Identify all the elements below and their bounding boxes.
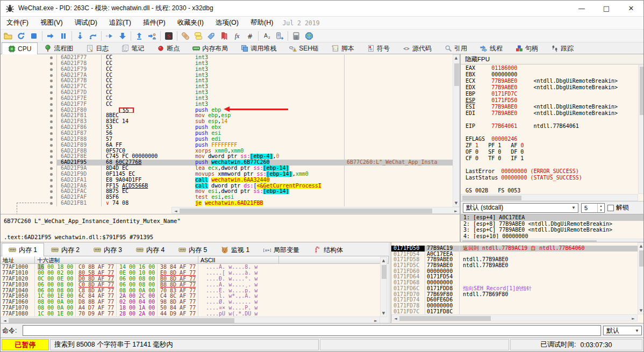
register-row[interactable]: ESP 0171FD50 (461, 97, 638, 104)
disasm-row[interactable]: 6AD21FAC8B75 ECmov esi,dword ptr ss:[ebp… (1, 189, 453, 195)
scroll-up-icon[interactable]: ▲ (638, 244, 644, 248)
step-into-button[interactable] (74, 30, 87, 42)
disasm-row[interactable]: 6AD21F818BECmov ebp,esp (1, 113, 453, 119)
register-row[interactable]: EDI 77B9ABE0 <ntdll.DbgUiRemoteBreakin> (461, 110, 638, 117)
tab-内存 3[interactable]: 内存 3 (87, 243, 129, 256)
breakpoint-dot[interactable] (47, 84, 56, 90)
execute-till-return-button[interactable] (116, 30, 129, 42)
bookmarks-button[interactable] (218, 30, 231, 42)
tab-监视 1[interactable]: 监视 1 (214, 243, 256, 256)
scroll-left-icon[interactable]: ◄ (173, 209, 178, 213)
tab-SEH链[interactable]: SEH链 (283, 42, 325, 54)
stack-row[interactable]: 0171FD6C0171FDD8指向SEH_Record[1]的指针 (391, 286, 638, 292)
checkbox-box[interactable] (607, 205, 614, 211)
stack-row[interactable]: 0171FD7077B69F80ntdll.77B69F80 (391, 292, 638, 298)
functions-button[interactable]: fx (231, 30, 244, 42)
tab-流程图[interactable]: 流程图 (38, 42, 80, 54)
run-to-user-button[interactable] (146, 30, 159, 42)
disasm-row[interactable]: 6AD21F8653push ebx (1, 125, 453, 131)
register-row[interactable]: LastStatus 00000000 (STATUS_SUCCESS) (461, 175, 638, 181)
calling-convention-select[interactable]: 默认 (stdcall) ▼ (463, 203, 578, 213)
disasm-row[interactable]: 6AD21FA1E8 9A04D1FFcall wechatwin.6AA324… (1, 177, 453, 183)
menu-item[interactable]: 帮助(H) (245, 16, 279, 30)
tab-内存 1[interactable]: 内存 1 (2, 243, 44, 256)
breakpoint-dot[interactable] (47, 96, 56, 102)
memory-rows[interactable]: 77AF100016 00 18 00C0 8B AF 7714 00 16 0… (1, 264, 380, 317)
unlock-checkbox[interactable]: 解锁 (607, 203, 643, 212)
stack-row[interactable]: 0171FD5877B9ABE0ntdll.77B9ABE0 (391, 257, 638, 263)
column-header-hex[interactable]: 十六进制 (35, 256, 198, 263)
memory-row[interactable]: 77AF10501C 00 1E 006C 84 AF 772A 00 2C 0… (1, 293, 380, 299)
breakpoint-dot[interactable] (47, 119, 56, 125)
disassembly-panel[interactable]: 6AD21F77CCint36AD21F78CCint36AD21F79CCin… (1, 54, 460, 214)
disasm-row[interactable]: 6AD21F8B0F57C0xorps xmm0,xmm0 (1, 148, 453, 154)
breakpoint-dot[interactable] (47, 195, 56, 200)
disasm-row[interactable]: 6AD21FB1∨ 74 08je wechatwin.6AD21FBB (1, 200, 453, 206)
step-over-button[interactable] (87, 30, 99, 42)
disasm-row[interactable]: 6AD21F8EC745 FC 00000000mov dword ptr ss… (1, 154, 453, 160)
menu-item[interactable]: 视图(V) (34, 16, 69, 30)
breakpoint-dot[interactable] (47, 125, 56, 131)
attach-button[interactable] (273, 30, 286, 42)
disasm-row[interactable]: 6AD21F8857push edi (1, 137, 453, 142)
breakpoint-dot[interactable] (47, 55, 56, 61)
register-row[interactable] (461, 181, 638, 188)
argument-row[interactable]: 3: [esp+C] 77B9ABE0 <ntdll.DbgUiRemoteBr… (461, 227, 644, 233)
tab-句柄[interactable]: 句柄 (509, 42, 545, 54)
stack-row[interactable]: 0171FD5077B9AC19返回到 ntdll.77B9AC19 自 ntd… (391, 246, 638, 252)
breakpoint-dot[interactable] (47, 183, 56, 189)
scroll-thumb[interactable] (9, 318, 234, 323)
pause-button[interactable] (57, 30, 70, 42)
scroll-right-icon[interactable]: ► (631, 317, 636, 321)
tab-日志[interactable]: 日志 (80, 42, 115, 54)
close-button[interactable]: ✕ (619, 1, 643, 17)
tab-引用[interactable]: 引用 (438, 42, 474, 54)
stack-row[interactable]: 0171FD640171FD54 (391, 274, 638, 280)
disasm-row[interactable]: 6AD21FA6FF15 ACD5566Bcall dword ptr ds:[… (1, 183, 453, 189)
stack-horizontal-scrollbar[interactable]: ◄ ► (391, 314, 638, 321)
restart-button[interactable] (15, 30, 27, 42)
stack-row[interactable]: 0171FD6000000000 (391, 269, 638, 275)
stepper-arrows-icon[interactable]: ▲▼ (597, 204, 604, 212)
register-row[interactable]: GS 002B FS 0053 (461, 188, 638, 194)
menu-item[interactable]: 追踪(T) (103, 16, 137, 30)
menu-item[interactable]: 插件(P) (137, 16, 171, 30)
disasm-row[interactable]: 6AD21F7ECCint3 (1, 96, 453, 102)
register-row[interactable]: EIP 77B64061 ntdll.77B64061 (461, 123, 638, 130)
open-file-button[interactable] (2, 30, 15, 42)
column-header-address[interactable]: 地址 (1, 256, 35, 263)
register-row[interactable]: EDX 77B9ABE0 <ntdll.DbgUiRemoteBreakin> (461, 84, 638, 91)
menu-item[interactable]: 选项(O) (210, 16, 245, 30)
disasm-row[interactable]: 6AD21F7CCCint3 (1, 84, 453, 90)
minimize-button[interactable]: — (569, 1, 594, 17)
scroll-thumb[interactable] (454, 63, 459, 86)
memory-row[interactable]: 77AF101000 00 02 0080 5B AF 770E 00 10 0… (1, 270, 380, 276)
stack-row[interactable]: 0171FD74D60FE6D6 (391, 297, 638, 303)
disasm-vertical-scrollbar[interactable]: ▲ ▼ (453, 54, 460, 207)
disasm-row[interactable]: 6AD21F9568 60C2776Bpush wechatwin.6B77C2… (1, 160, 453, 166)
register-row[interactable] (461, 162, 638, 168)
memory-vertical-scrollbar[interactable]: ▲ ▼ (380, 257, 387, 317)
menu-item[interactable]: 收藏夹(I) (171, 16, 210, 30)
register-row[interactable]: ESI 77B9ABE0 <ntdll.DbgUiRemoteBreakin> (461, 104, 638, 110)
tab-源代码[interactable]: <>源代码 (396, 42, 438, 54)
scroll-left-icon[interactable]: ◄ (393, 317, 398, 321)
scroll-down-icon[interactable]: ▼ (381, 311, 387, 315)
stack-row[interactable]: 0171FD6800000000 (391, 280, 638, 286)
register-row[interactable]: CF 0 TF 0 IF 1 (461, 155, 638, 162)
tab-内存 2[interactable]: 内存 2 (44, 243, 87, 256)
scroll-thumb[interactable] (640, 67, 644, 115)
stop-button[interactable] (27, 30, 40, 42)
scylla-button[interactable]: S (162, 30, 175, 42)
patches-button[interactable] (179, 30, 192, 42)
scroll-thumb[interactable] (462, 196, 521, 200)
register-row[interactable]: LastError 00000000 (ERROR_SUCCESS) (461, 168, 638, 175)
register-row[interactable] (461, 130, 638, 136)
breakpoint-dot[interactable] (47, 200, 56, 206)
labels-button[interactable] (205, 30, 218, 42)
scroll-left-icon[interactable]: ◄ (2, 319, 8, 323)
memory-row[interactable]: 77AF107008 00 0A 00A4 D7 AF 7718 00 1A 0… (1, 305, 380, 311)
menu-item[interactable]: 文件(F) (1, 16, 34, 30)
argument-row[interactable]: 1: [esp+4] A0C17EEA (461, 214, 644, 221)
memory-row[interactable]: 77AF103006 00 08 00C0 8D AF 7706 00 08 0… (1, 282, 380, 288)
